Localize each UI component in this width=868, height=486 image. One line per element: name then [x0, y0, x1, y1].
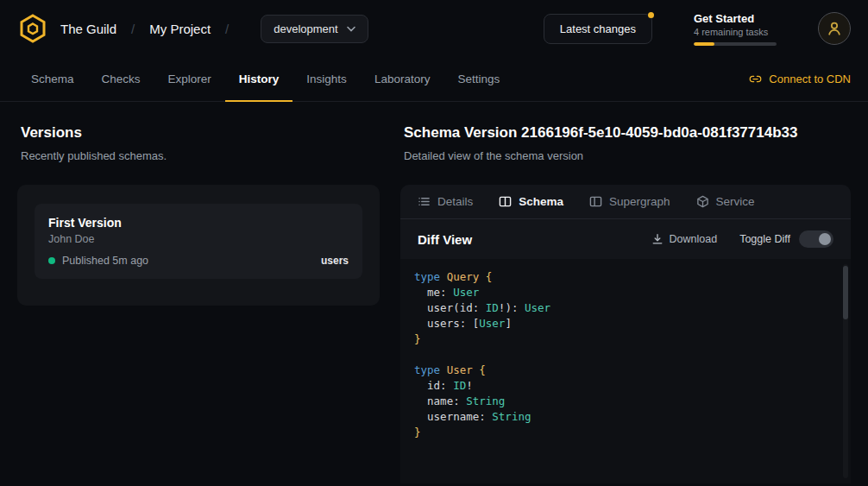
detail-tab-supergraph[interactable]: Supergraph [589, 195, 670, 208]
tab-schema[interactable]: Schema [17, 57, 88, 102]
get-started-progress-fill [694, 42, 714, 46]
tab-insights[interactable]: Insights [292, 57, 361, 102]
tab-laboratory[interactable]: Laboratory [361, 57, 444, 102]
version-detail-title: Schema Version 2166196f-5e10-4059-bd0a-0… [404, 124, 851, 142]
detail-tab-schema-label: Schema [519, 195, 563, 208]
tab-history[interactable]: History [225, 57, 293, 102]
environment-select[interactable]: development [261, 15, 368, 43]
toggle-diff-label: Toggle Diff [739, 233, 790, 245]
user-avatar[interactable] [818, 12, 851, 45]
main-nav-tabs: Schema Checks Explorer History Insights … [0, 57, 868, 102]
version-detail-panel: Details Schema [400, 185, 851, 483]
hive-logo-icon[interactable] [17, 13, 48, 44]
versions-title: Versions [21, 124, 380, 142]
link-icon [749, 73, 762, 85]
version-service-badge: users [321, 255, 349, 267]
version-name: First Version [48, 216, 349, 230]
code-block: type Query { me: User user(id: ID!): Use… [414, 269, 837, 440]
latest-changes-button[interactable]: Latest changes [544, 14, 652, 44]
detail-tab-details[interactable]: Details [418, 195, 473, 208]
download-button[interactable]: Download [651, 233, 718, 245]
download-label: Download [670, 233, 718, 245]
detail-tab-service-label: Service [716, 195, 755, 208]
published-status-dot [48, 257, 55, 264]
version-author: John Doe [48, 233, 349, 245]
detail-tab-service[interactable]: Service [696, 195, 755, 208]
diff-actions: Download Toggle Diff [651, 230, 833, 248]
diff-view-title: Diff View [418, 232, 472, 247]
latest-changes-label: Latest changes [560, 22, 636, 35]
package-icon [696, 195, 709, 208]
detail-tab-schema[interactable]: Schema [499, 195, 563, 208]
version-detail-column: Schema Version 2166196f-5e10-4059-bd0a-0… [400, 124, 851, 483]
list-icon [418, 195, 431, 208]
breadcrumb-separator: / [131, 22, 135, 36]
get-started-progress-track [694, 42, 777, 46]
chevron-down-icon [347, 26, 355, 32]
versions-list: First Version John Doe Published 5m ago … [17, 185, 380, 306]
code-scrollbar-thumb[interactable] [843, 266, 848, 319]
breadcrumb-separator: / [225, 22, 229, 36]
version-detail-subtitle: Detailed view of the schema version [404, 149, 851, 162]
tab-explorer[interactable]: Explorer [154, 57, 225, 102]
breadcrumb: The Guild / My Project / [60, 22, 243, 36]
download-icon [651, 233, 664, 245]
toggle-diff-control: Toggle Diff [739, 230, 833, 248]
version-meta-row: Published 5m ago users [48, 255, 349, 267]
tab-settings[interactable]: Settings [443, 57, 513, 102]
detail-tab-supergraph-label: Supergraph [609, 195, 670, 208]
person-icon [827, 21, 842, 36]
get-started-widget[interactable]: Get Started 4 remaining tasks [694, 12, 777, 46]
code-scrollbar [843, 264, 848, 478]
versions-subtitle: Recently published schemas. [21, 149, 380, 162]
columns-icon [589, 195, 602, 208]
versions-column: Versions Recently published schemas. Fir… [17, 124, 380, 483]
breadcrumb-project[interactable]: My Project [149, 22, 211, 36]
connect-to-cdn-label: Connect to CDN [769, 73, 851, 85]
environment-select-value: development [274, 22, 337, 35]
connect-to-cdn-link[interactable]: Connect to CDN [749, 57, 851, 101]
version-list-item[interactable]: First Version John Doe Published 5m ago … [35, 204, 362, 279]
header-right-cluster: Latest changes Get Started 4 remaining t… [544, 12, 851, 46]
notification-dot [648, 12, 654, 18]
columns-icon [499, 195, 512, 208]
diff-toolbar: Diff View Download Toggle D [400, 219, 851, 259]
detail-tabs: Details Schema [400, 185, 851, 219]
detail-tab-details-label: Details [437, 195, 473, 208]
schema-code-viewer: type Query { me: User user(id: ID!): Use… [400, 259, 851, 483]
tab-checks[interactable]: Checks [88, 57, 154, 102]
get-started-title: Get Started [694, 12, 777, 25]
main-content: Versions Recently published schemas. Fir… [0, 102, 868, 483]
top-header: The Guild / My Project / development Lat… [0, 0, 868, 57]
get-started-subtitle: 4 remaining tasks [694, 27, 777, 37]
toggle-diff-switch[interactable] [799, 230, 833, 248]
breadcrumb-org[interactable]: The Guild [60, 22, 116, 36]
version-status: Published 5m ago [62, 255, 148, 267]
toggle-diff-knob [819, 233, 831, 245]
